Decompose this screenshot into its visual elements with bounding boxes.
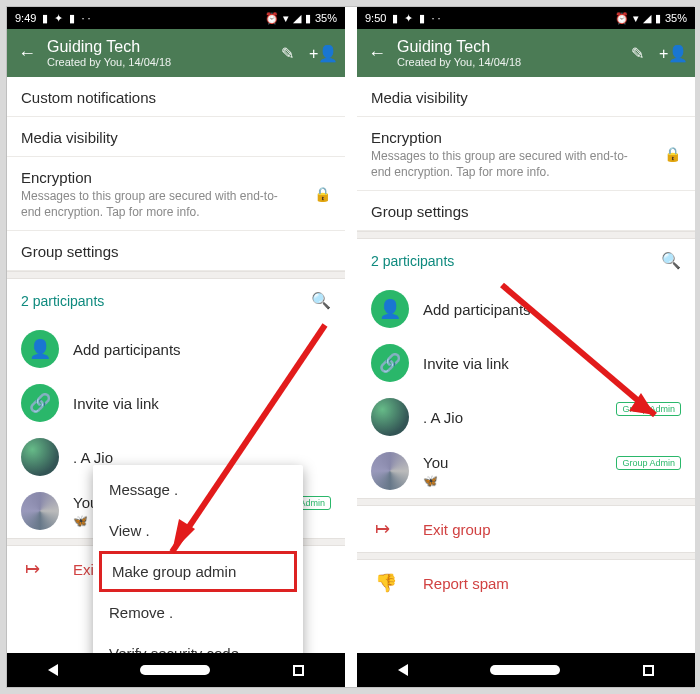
row-media-visibility[interactable]: Media visibility xyxy=(357,77,695,117)
row-media-visibility[interactable]: Media visibility xyxy=(7,117,345,157)
status-time: 9:49 xyxy=(15,12,36,24)
battery-icon: ▮ xyxy=(655,12,661,25)
label-report-spam: Report spam xyxy=(423,575,509,592)
nav-home-icon[interactable] xyxy=(140,665,210,675)
participant-name: . A Jio xyxy=(423,409,463,426)
row-report-spam[interactable]: 👎 Report spam xyxy=(357,560,695,606)
exit-icon: ↦ xyxy=(371,518,409,540)
twitter-icon: ✦ xyxy=(404,12,413,25)
thumbs-down-icon: 👎 xyxy=(371,572,409,594)
status-bar: 9:50 ▮ ✦ ▮ · · ⏰ ▾ ◢ ▮ 35% xyxy=(357,7,695,29)
label-encryption: Encryption xyxy=(371,129,681,146)
row-invite-link[interactable]: 🔗 Invite via link xyxy=(357,336,695,390)
label-add-participants: Add participants xyxy=(423,301,531,318)
page-title: Guiding Tech xyxy=(397,38,615,56)
add-person-avatar-icon: 👤 xyxy=(21,330,59,368)
context-menu: Message . View . Make group admin Remove… xyxy=(93,465,303,653)
row-add-participants[interactable]: 👤 Add participants xyxy=(357,282,695,336)
wifi-icon: ▾ xyxy=(283,12,289,25)
nav-home-icon[interactable] xyxy=(490,665,560,675)
search-icon[interactable]: 🔍 xyxy=(661,251,681,270)
label-group-settings: Group settings xyxy=(21,243,331,260)
add-person-icon[interactable]: +👤 xyxy=(659,44,687,63)
page-title: Guiding Tech xyxy=(47,38,265,56)
alarm-icon: ⏰ xyxy=(265,12,279,25)
label-invite-link: Invite via link xyxy=(423,355,509,372)
nav-recent-icon[interactable] xyxy=(643,665,654,676)
edit-icon[interactable]: ✎ xyxy=(273,44,301,63)
more-icon: · · xyxy=(81,12,90,24)
lock-icon: 🔒 xyxy=(314,186,331,202)
group-admin-badge: Group Admin xyxy=(616,456,681,470)
participant-emoji: 🦋 xyxy=(423,474,438,488)
avatar xyxy=(371,398,409,436)
add-person-icon[interactable]: +👤 xyxy=(309,44,337,63)
app-bar: ← Guiding Tech Created by You, 14/04/18 … xyxy=(7,29,345,77)
group-admin-badge: Group Admin xyxy=(616,402,681,416)
row-group-settings[interactable]: Group settings xyxy=(7,231,345,271)
participant-name: You xyxy=(423,454,448,471)
back-icon[interactable]: ← xyxy=(15,43,39,64)
participant-emoji: 🦋 xyxy=(73,514,88,528)
menu-make-group-admin[interactable]: Make group admin xyxy=(99,551,297,592)
row-custom-notifications[interactable]: Custom notifications xyxy=(7,77,345,117)
fb-icon: ▮ xyxy=(392,12,398,25)
screenshot-right: 9:50 ▮ ✦ ▮ · · ⏰ ▾ ◢ ▮ 35% ← Guiding Tec… xyxy=(357,7,695,687)
participants-header: 2 participants 🔍 xyxy=(7,279,345,322)
back-icon[interactable]: ← xyxy=(365,43,389,64)
menu-verify-security[interactable]: Verify security code xyxy=(93,633,303,653)
participant-name: . A Jio xyxy=(73,449,113,466)
battery-pct: 35% xyxy=(665,12,687,24)
fb-icon: ▮ xyxy=(42,12,48,25)
link-icon: 🔗 xyxy=(371,344,409,382)
label-encryption: Encryption xyxy=(21,169,331,186)
menu-message[interactable]: Message . xyxy=(93,469,303,510)
row-group-settings[interactable]: Group settings xyxy=(357,191,695,231)
label-exit-group: Exit group xyxy=(423,521,491,538)
label-add-participants: Add participants xyxy=(73,341,181,358)
participants-count: 2 participants xyxy=(21,293,104,309)
android-nav-bar xyxy=(357,653,695,687)
nav-back-icon[interactable] xyxy=(398,664,408,676)
status-time: 9:50 xyxy=(365,12,386,24)
link-icon: 🔗 xyxy=(21,384,59,422)
label-invite-link: Invite via link xyxy=(73,395,159,412)
edit-icon[interactable]: ✎ xyxy=(623,44,651,63)
avatar xyxy=(21,438,59,476)
fb2-icon: ▮ xyxy=(69,12,75,25)
battery-pct: 35% xyxy=(315,12,337,24)
signal-icon: ◢ xyxy=(293,12,301,25)
twitter-icon: ✦ xyxy=(54,12,63,25)
battery-icon: ▮ xyxy=(305,12,311,25)
label-encryption-sub: Messages to this group are secured with … xyxy=(371,149,641,180)
alarm-icon: ⏰ xyxy=(615,12,629,25)
label-media-visibility: Media visibility xyxy=(371,89,681,106)
nav-back-icon[interactable] xyxy=(48,664,58,676)
row-exit-group[interactable]: ↦ Exit group xyxy=(357,506,695,552)
add-person-avatar-icon: 👤 xyxy=(371,290,409,328)
avatar xyxy=(371,452,409,490)
label-encryption-sub: Messages to this group are secured with … xyxy=(21,189,291,220)
label-media-visibility: Media visibility xyxy=(21,129,331,146)
signal-icon: ◢ xyxy=(643,12,651,25)
menu-remove[interactable]: Remove . xyxy=(93,592,303,633)
lock-icon: 🔒 xyxy=(664,146,681,162)
fb2-icon: ▮ xyxy=(419,12,425,25)
row-encryption[interactable]: Encryption Messages to this group are se… xyxy=(7,157,345,231)
nav-recent-icon[interactable] xyxy=(293,665,304,676)
row-add-participants[interactable]: 👤 Add participants xyxy=(7,322,345,376)
status-bar: 9:49 ▮ ✦ ▮ · · ⏰ ▾ ◢ ▮ 35% xyxy=(7,7,345,29)
participants-count: 2 participants xyxy=(371,253,454,269)
exit-icon: ↦ xyxy=(21,558,59,580)
participant-row-you[interactable]: You 🦋 Group Admin xyxy=(357,444,695,498)
participant-row-ajio[interactable]: . A Jio Group Admin xyxy=(357,390,695,444)
screenshot-left: 9:49 ▮ ✦ ▮ · · ⏰ ▾ ◢ ▮ 35% ← Guiding Tec… xyxy=(7,7,345,687)
row-encryption[interactable]: Encryption Messages to this group are se… xyxy=(357,117,695,191)
more-icon: · · xyxy=(431,12,440,24)
android-nav-bar xyxy=(7,653,345,687)
row-invite-link[interactable]: 🔗 Invite via link xyxy=(7,376,345,430)
label-custom-notifications: Custom notifications xyxy=(21,89,331,106)
menu-view[interactable]: View . xyxy=(93,510,303,551)
page-subtitle: Created by You, 14/04/18 xyxy=(397,56,615,68)
search-icon[interactable]: 🔍 xyxy=(311,291,331,310)
